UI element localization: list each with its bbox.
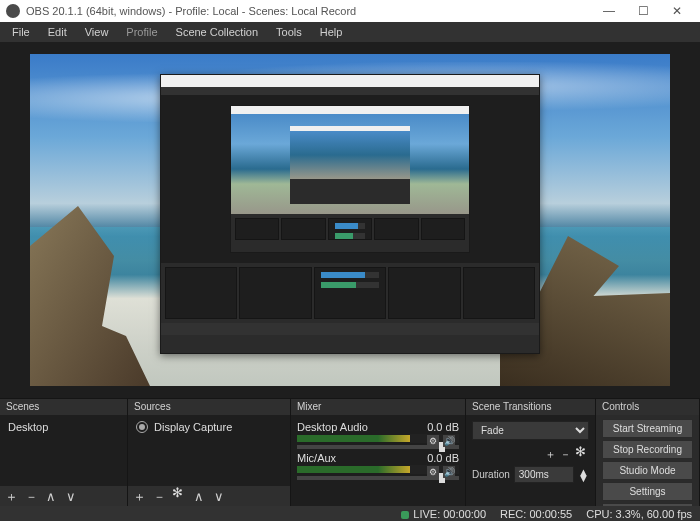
menu-profile[interactable]: Profile — [118, 24, 165, 40]
scene-up-button[interactable]: ∧ — [44, 490, 58, 503]
add-scene-button[interactable]: ＋ — [4, 490, 18, 503]
controls-panel: Controls Start Streaming Stop Recording … — [596, 399, 700, 506]
source-settings-button[interactable] — [172, 488, 186, 504]
preview-area[interactable] — [0, 42, 700, 398]
nested-window — [160, 74, 540, 354]
cpu-status: CPU: 3.3%, 60.00 fps — [586, 508, 692, 520]
sources-panel: Sources Display Capture ＋ － ∧ ∨ — [128, 399, 291, 506]
statusbar: LIVE: 00:00:00 REC: 00:00:55 CPU: 3.3%, … — [0, 506, 700, 521]
transitions-panel: Scene Transitions Fade ＋ － Duration ▲▼ — [466, 399, 596, 506]
transition-select[interactable]: Fade — [472, 421, 589, 440]
titlebar: OBS 20.1.1 (64bit, windows) - Profile: L… — [0, 0, 700, 22]
bottom-panels: Scenes Desktop ＋ － ∧ ∨ Sources Display C… — [0, 398, 700, 506]
source-up-button[interactable]: ∧ — [192, 490, 206, 503]
transitions-header: Scene Transitions — [466, 399, 595, 415]
mixer-header: Mixer — [291, 399, 465, 415]
mixer-channel-desktop: Desktop Audio0.0 dB ⚙🔊 — [297, 421, 459, 449]
scene-item-label: Desktop — [8, 421, 48, 433]
rec-status: REC: 00:00:55 — [500, 508, 572, 520]
menu-tools[interactable]: Tools — [268, 24, 310, 40]
preview-canvas — [30, 54, 670, 386]
add-transition-button[interactable]: ＋ — [545, 447, 556, 462]
source-item[interactable]: Display Capture — [134, 419, 284, 435]
menu-help[interactable]: Help — [312, 24, 351, 40]
controls-header: Controls — [596, 399, 699, 415]
source-item-label: Display Capture — [154, 421, 232, 433]
duration-down[interactable]: ▼ — [578, 475, 589, 481]
settings-button[interactable]: Settings — [602, 482, 693, 501]
duration-label: Duration — [472, 469, 510, 480]
remove-scene-button[interactable]: － — [24, 490, 38, 503]
mixer-label: Desktop Audio — [297, 421, 368, 433]
live-dot-icon — [401, 511, 409, 519]
gear-icon — [575, 446, 589, 460]
scenes-toolbar: ＋ － ∧ ∨ — [0, 486, 127, 506]
start-streaming-button[interactable]: Start Streaming — [602, 419, 693, 438]
scene-item[interactable]: Desktop — [6, 419, 121, 435]
sources-header: Sources — [128, 399, 290, 415]
source-down-button[interactable]: ∨ — [212, 490, 226, 503]
menu-file[interactable]: File — [4, 24, 38, 40]
duration-input[interactable] — [514, 466, 574, 483]
mixer-db: 0.0 dB — [427, 421, 459, 433]
menu-view[interactable]: View — [77, 24, 117, 40]
transition-settings-button[interactable] — [575, 446, 589, 462]
close-button[interactable]: ✕ — [660, 4, 694, 18]
scenes-panel: Scenes Desktop ＋ － ∧ ∨ — [0, 399, 128, 506]
remove-transition-button[interactable]: － — [560, 447, 571, 462]
remove-source-button[interactable]: － — [152, 490, 166, 503]
live-status: LIVE: 00:00:00 — [401, 508, 486, 520]
studio-mode-button[interactable]: Studio Mode — [602, 461, 693, 480]
window-title: OBS 20.1.1 (64bit, windows) - Profile: L… — [26, 5, 592, 17]
maximize-button[interactable]: ☐ — [626, 4, 660, 18]
minimize-button[interactable]: — — [592, 4, 626, 18]
menubar: File Edit View Profile Scene Collection … — [0, 22, 700, 42]
gear-icon[interactable]: ⚙ — [427, 466, 439, 478]
speaker-icon[interactable]: 🔊 — [443, 435, 455, 447]
scenes-header: Scenes — [0, 399, 127, 415]
menu-edit[interactable]: Edit — [40, 24, 75, 40]
gear-icon — [172, 488, 186, 502]
stop-recording-button[interactable]: Stop Recording — [602, 440, 693, 459]
menu-scene-collection[interactable]: Scene Collection — [168, 24, 267, 40]
mixer-channel-mic: Mic/Aux0.0 dB ⚙🔊 — [297, 452, 459, 480]
add-source-button[interactable]: ＋ — [132, 490, 146, 503]
sources-toolbar: ＋ － ∧ ∨ — [128, 486, 290, 506]
app-icon — [6, 4, 20, 18]
mixer-panel: Mixer Desktop Audio0.0 dB ⚙🔊 Mic/Aux0.0 … — [291, 399, 466, 506]
mixer-label: Mic/Aux — [297, 452, 336, 464]
exit-button[interactable]: Exit — [602, 503, 693, 506]
eye-icon[interactable] — [136, 421, 148, 433]
scene-down-button[interactable]: ∨ — [64, 490, 78, 503]
speaker-icon[interactable]: 🔊 — [443, 466, 455, 478]
gear-icon[interactable]: ⚙ — [427, 435, 439, 447]
mixer-db: 0.0 dB — [427, 452, 459, 464]
